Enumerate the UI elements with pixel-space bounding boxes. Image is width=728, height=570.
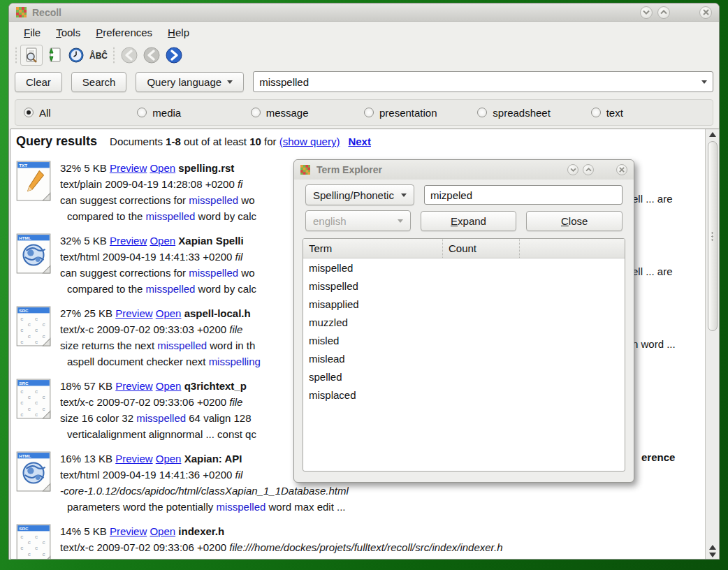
result-line: 18% 57 KB Preview Open q3richtext_p	[60, 378, 294, 394]
open-link[interactable]: Open	[156, 307, 182, 319]
text-segment: Xapian Spelli	[178, 235, 243, 247]
dialog-titlebar[interactable]: Term Explorer	[294, 160, 634, 180]
chevron-down-icon	[398, 219, 403, 223]
svg-text:ÅBĈ: ÅBĈ	[89, 50, 108, 61]
term-row[interactable]: misplaced	[303, 386, 625, 404]
next-page-link[interactable]: Next	[348, 136, 371, 147]
radio-icon[interactable]	[364, 108, 374, 117]
menu-preferences[interactable]: Preferences	[88, 24, 160, 41]
show-query-link[interactable]: (show query)	[279, 136, 340, 147]
term-cell[interactable]: mispelled	[303, 262, 443, 274]
radio-icon[interactable]	[24, 108, 34, 117]
term-row[interactable]: mislead	[303, 349, 625, 367]
term-input[interactable]: mizpeled	[424, 185, 623, 205]
result-line: aspell document checker next misspelling	[60, 353, 294, 370]
expansion-mode-dropdown[interactable]: Spelling/Phonetic	[305, 184, 414, 205]
html-globe-icon[interactable]: HTML	[16, 233, 51, 274]
scrollbar-thumb[interactable]	[708, 141, 718, 331]
src-code-icon[interactable]: SRCcccccccccc	[16, 306, 51, 346]
scroll-down-icon[interactable]	[709, 553, 716, 557]
text-segment: misspelling	[209, 356, 261, 367]
close-button[interactable]	[699, 6, 712, 19]
term-row[interactable]: spelled	[303, 367, 625, 386]
filter-radio-spreadsheet[interactable]: spreadsheet	[477, 107, 590, 119]
doc-magnifier-icon[interactable]	[20, 45, 43, 66]
menu-help[interactable]: Help	[160, 24, 197, 41]
term-cell[interactable]: misplaced	[303, 389, 443, 401]
dialog-close-button[interactable]	[616, 164, 627, 175]
menu-bar: FileToolsPreferencesHelp	[9, 22, 719, 43]
term-cell[interactable]: muzzled	[303, 316, 443, 328]
minimize-button[interactable]	[640, 6, 653, 19]
result-line: text/html 2009-04-19 14:41:36 +0200 fil	[60, 467, 294, 483]
term-cell[interactable]: misled	[303, 335, 443, 346]
term-column-header[interactable]: Term	[303, 239, 443, 258]
open-link[interactable]: Open	[150, 235, 175, 247]
spellcheck-abc-icon[interactable]: ÅBĈ	[87, 45, 110, 66]
doc-update-icon[interactable]	[43, 45, 65, 66]
filter-radio-media[interactable]: media	[137, 107, 250, 119]
text-segment: word max edit ...	[265, 501, 345, 513]
html-globe-icon[interactable]: HTML	[16, 451, 51, 492]
expand-button[interactable]: Expand	[421, 211, 517, 231]
dialog-minimize-button[interactable]	[567, 164, 578, 175]
term-row[interactable]: muzzled	[303, 313, 625, 331]
chevron-down-icon[interactable]	[701, 80, 707, 84]
preview-link[interactable]: Preview	[110, 162, 147, 174]
text-segment: 32% 5 KB	[60, 235, 110, 247]
src-code-icon[interactable]: SRCcccccccccc	[16, 524, 51, 560]
svg-text:c: c	[20, 534, 23, 540]
dialog-maximize-button[interactable]	[583, 164, 594, 175]
radio-icon[interactable]	[477, 108, 487, 117]
count-column-header[interactable]: Count	[443, 239, 520, 258]
results-scrollbar[interactable]	[705, 129, 719, 560]
filter-radio-message[interactable]: message	[251, 107, 364, 119]
term-row[interactable]: mispelled	[303, 258, 625, 277]
src-code-icon[interactable]: SRCcccccccccc	[16, 379, 51, 419]
term-cell[interactable]: mislead	[303, 353, 443, 365]
menu-tools[interactable]: Tools	[48, 24, 88, 41]
radio-icon[interactable]	[591, 108, 601, 117]
scroll-up-icon[interactable]	[709, 545, 716, 550]
radio-icon[interactable]	[251, 108, 261, 117]
term-row[interactable]: misapplied	[303, 295, 625, 313]
filter-label: spreadsheet	[493, 107, 551, 119]
maximize-button[interactable]	[657, 6, 670, 19]
text-segment: misspelled	[189, 267, 238, 279]
radio-icon[interactable]	[137, 108, 147, 117]
search-button[interactable]: Search	[71, 72, 127, 92]
term-row[interactable]: misled	[303, 331, 625, 349]
filter-radio-all[interactable]: All	[24, 107, 137, 119]
term-cell[interactable]: spelled	[303, 371, 443, 383]
preview-link[interactable]: Preview	[110, 525, 147, 537]
close-dialog-button[interactable]: Close	[526, 211, 623, 231]
filter-label: media	[152, 107, 181, 119]
preview-link[interactable]: Preview	[110, 235, 147, 247]
clear-button[interactable]: Clear	[15, 72, 62, 92]
svg-text:c: c	[42, 552, 45, 557]
query-language-dropdown[interactable]: Query language	[136, 72, 244, 92]
result-text-fragment: ell ... are	[632, 193, 673, 205]
nav-back-icon	[140, 45, 163, 66]
search-input[interactable]: misspelled	[253, 71, 713, 92]
open-link[interactable]: Open	[156, 380, 182, 392]
term-row[interactable]: misspelled	[303, 277, 625, 295]
preview-link[interactable]: Preview	[115, 307, 152, 319]
filter-radio-presentation[interactable]: presentation	[364, 107, 477, 119]
preview-link[interactable]: Preview	[115, 380, 152, 392]
scroll-up-icon[interactable]	[709, 132, 716, 137]
term-cell[interactable]: misapplied	[303, 298, 443, 310]
open-link[interactable]: Open	[156, 453, 182, 465]
clock-icon[interactable]	[65, 45, 87, 66]
menu-file[interactable]: File	[16, 24, 48, 41]
filter-radio-text[interactable]: text	[591, 107, 704, 119]
preview-link[interactable]: Preview	[115, 453, 152, 465]
main-titlebar[interactable]: Recoll	[9, 3, 719, 22]
nav-forward-icon[interactable]	[163, 45, 185, 66]
text-segment: can suggest corrections for	[60, 267, 189, 279]
open-link[interactable]: Open	[150, 525, 175, 537]
open-link[interactable]: Open	[150, 162, 175, 174]
txt-pencil-icon[interactable]: TXT	[16, 161, 51, 201]
term-cell[interactable]: misspelled	[303, 280, 443, 292]
text-segment: text/x-c 2009-07-02 09:33:06 +0200	[60, 541, 229, 553]
